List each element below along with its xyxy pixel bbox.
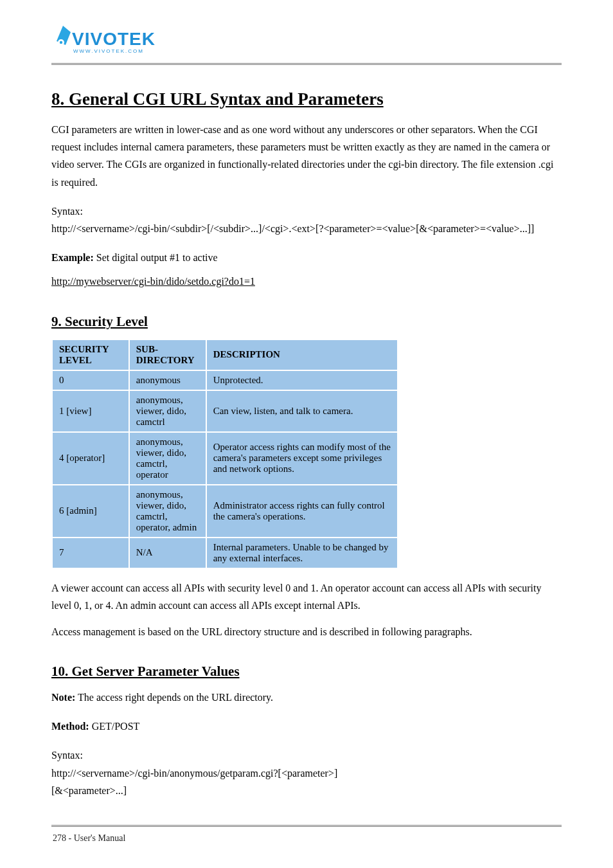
table-cell: anonymous, viewer, dido, camctrl xyxy=(129,390,206,432)
example-url: http://mywebserver/cgi-bin/dido/setdo.cg… xyxy=(51,273,562,290)
syntax2-label: Syntax: xyxy=(51,746,562,764)
syntax2a: http://<servername>/cgi-bin/anonymous/ge… xyxy=(51,764,562,782)
table-row: 6 [admin]anonymous, viewer, dido, camctr… xyxy=(52,485,398,538)
th-sub-directory: SUB-DIRECTORY xyxy=(129,339,206,370)
h1-cgi-syntax: 8. General CGI URL Syntax and Parameters xyxy=(51,89,562,109)
table-note: A viewer account can access all APIs wit… xyxy=(51,579,562,614)
table-cell: Can view, listen, and talk to camera. xyxy=(206,390,398,432)
table-cell: Administrator access rights can fully co… xyxy=(206,485,398,538)
note-label: Note: xyxy=(51,692,75,703)
method-line: Method: GET/POST xyxy=(51,718,562,735)
example-line: Example: Set digital output #1 to active xyxy=(51,249,562,266)
table-cell: 7 xyxy=(52,538,129,568)
svg-text:VIVOTEK: VIVOTEK xyxy=(72,29,155,49)
method-text: GET/POST xyxy=(89,721,140,732)
h2-security-level: 9. Security Level xyxy=(51,314,562,330)
table-cell: 4 [operator] xyxy=(52,432,129,485)
vivotek-logo: VIVOTEK WWW.VIVOTEK.COM xyxy=(51,19,193,58)
page-footer: 278 - User's Manual xyxy=(51,833,562,844)
h2-get-server-params: 10. Get Server Parameter Values xyxy=(51,664,562,680)
table-cell: Internal parameters. Unable to be change… xyxy=(206,538,398,568)
th-security-level: SECURITY LEVEL xyxy=(52,339,129,370)
svg-text:WWW.VIVOTEK.COM: WWW.VIVOTEK.COM xyxy=(73,48,144,54)
table-cell: Operator access rights can modify most o… xyxy=(206,432,398,485)
example-desc: Set digital output #1 to active xyxy=(96,252,218,263)
table-cell: anonymous, viewer, dido, camctrl, operat… xyxy=(129,432,206,485)
table-cell: 1 [view] xyxy=(52,390,129,432)
header-rule xyxy=(51,63,562,65)
table-cell: 0 xyxy=(52,370,129,390)
intro-paragraph: CGI parameters are written in lower-case… xyxy=(51,121,562,191)
table-row: 4 [operator]anonymous, viewer, dido, cam… xyxy=(52,432,398,485)
th-description: DESCRIPTION xyxy=(206,339,398,370)
note-line: Note: The access right depends on the UR… xyxy=(51,689,562,706)
table-cell: N/A xyxy=(129,538,206,568)
syntax-label: Syntax: xyxy=(51,203,562,220)
table-row: 1 [view]anonymous, viewer, dido, camctrl… xyxy=(52,390,398,432)
table-header-row: SECURITY LEVEL SUB-DIRECTORY DESCRIPTION xyxy=(52,339,398,370)
table-cell: 6 [admin] xyxy=(52,485,129,538)
table-row: 0anonymousUnprotected. xyxy=(52,370,398,390)
syntax2b: [&<parameter>...] xyxy=(51,782,562,799)
example-label: Example: xyxy=(51,252,94,263)
method-label: Method: xyxy=(51,721,89,732)
security-table: SECURITY LEVEL SUB-DIRECTORY DESCRIPTION… xyxy=(51,339,562,569)
table-cell: anonymous xyxy=(129,370,206,390)
access-note: Access management is based on the URL di… xyxy=(51,623,562,640)
table-cell: Unprotected. xyxy=(206,370,398,390)
svg-point-1 xyxy=(60,41,62,44)
table-cell: anonymous, viewer, dido, camctrl, operat… xyxy=(129,485,206,538)
table-row: 7N/AInternal parameters. Unable to be ch… xyxy=(52,538,398,568)
footer-rule xyxy=(51,825,562,827)
logo: VIVOTEK WWW.VIVOTEK.COM xyxy=(51,19,562,58)
syntax-text: http://<servername>/cgi-bin/<subdir>[/<s… xyxy=(51,220,562,237)
note-text: The access right depends on the URL dire… xyxy=(75,692,273,703)
footer-left: 278 - User's Manual xyxy=(53,833,125,844)
example-link[interactable]: http://mywebserver/cgi-bin/dido/setdo.cg… xyxy=(51,276,255,287)
